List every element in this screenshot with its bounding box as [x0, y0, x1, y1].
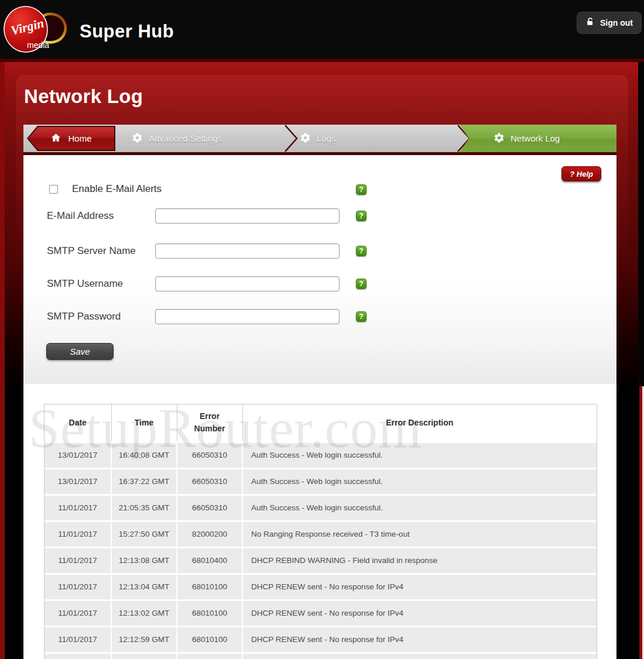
email-address-input[interactable] [155, 208, 340, 224]
col-header-error-description: Error Description [242, 404, 597, 442]
help-icon[interactable]: ? [356, 184, 366, 195]
log-cell-error-description: DHCP REBIND WARNING - Field invalid in r… [242, 547, 597, 574]
log-cell-time: 15:27:50 GMT [111, 521, 177, 547]
table-row: 13/01/2017 16:37:22 GMT 66050310 Auth Su… [44, 468, 597, 495]
log-cell-error-number: 68010100 [177, 600, 242, 626]
virgin-media-logo: Virgin media [2, 4, 73, 56]
log-cell-error-description: No Ranging Response received - T3 time-o… [242, 521, 597, 547]
log-cell-date: 13/01/2017 [44, 442, 111, 468]
smtp-server-name-label: SMTP Server Name [47, 245, 155, 257]
log-cell-error-description: DHCP RENEW sent - No response for IPv4 [242, 600, 597, 626]
right-edge-strip-bottom [638, 386, 644, 659]
log-cell-error-number: 82000200 [177, 521, 242, 547]
col-header-error-number: Error Number [177, 404, 242, 442]
log-cell-date: 11/01/2017 [44, 547, 111, 574]
log-cell-error-description: DHCP RENEW sent - No response for IPv4 [242, 574, 597, 600]
log-cell-date: 11/01/2017 [44, 495, 111, 521]
help-button[interactable]: ? Help [561, 166, 601, 181]
log-cell-error-number: 68010100 [177, 626, 242, 653]
log-cell-date: 11/01/2017 [44, 521, 111, 547]
left-edge-strip [0, 62, 5, 659]
table-row: 11/01/2017 12:13:08 GMT 68010400 DHCP RE… [44, 547, 597, 574]
unlock-icon [585, 17, 595, 29]
gear-icon [132, 132, 143, 145]
logo-text-media: media [27, 40, 49, 50]
log-cell-error-description: Auth Success - Web login successful. [242, 442, 597, 468]
log-cell-time: 12:13:08 GMT [111, 547, 177, 574]
help-icon[interactable]: ? [356, 246, 366, 256]
tab-logs-label: Logs [317, 133, 336, 143]
sign-out-label: Sign out [600, 18, 633, 28]
log-cell-error-number: 68010400 [177, 547, 242, 574]
log-cell-date: 11/01/2017 [44, 600, 111, 626]
smtp-password-input[interactable] [155, 309, 340, 324]
enable-email-alerts-checkbox[interactable] [49, 185, 58, 194]
table-row: 13/01/2017 16:40:08 GMT 66050310 Auth Su… [44, 442, 597, 468]
smtp-username-label: SMTP Username [47, 278, 155, 290]
help-icon[interactable]: ? [356, 279, 366, 289]
top-header: Virgin media Super Hub Sign out [0, 0, 644, 59]
email-address-label: E-Mail Address [47, 210, 155, 222]
log-cell-error-number: 66050310 [177, 442, 242, 468]
col-header-date: Date [44, 404, 111, 442]
tab-advanced-settings[interactable]: Advanced Settings [132, 125, 222, 152]
tab-bar: Home Advanced Settings Logs Network Log [23, 125, 616, 155]
tab-network-log-active[interactable]: Network Log [460, 125, 616, 152]
help-icon[interactable]: ? [356, 311, 366, 322]
tab-home[interactable]: Home [27, 126, 115, 151]
tab-network-log-label: Network Log [511, 133, 560, 143]
tab-separator-chevron [283, 125, 299, 152]
content-panel: ? Help Enable E-Mail Alerts ? E-Mail Add… [23, 155, 616, 659]
log-table-body: 13/01/2017 16:40:08 GMT 66050310 Auth Su… [44, 442, 597, 653]
col-header-time: Time [111, 404, 177, 442]
sign-out-button[interactable]: Sign out [577, 12, 642, 34]
table-row: 11/01/2017 12:13:02 GMT 68010100 DHCP RE… [44, 600, 597, 626]
home-icon [50, 132, 61, 145]
tab-advanced-settings-label: Advanced Settings [149, 133, 222, 143]
table-header-row: Date Time Error Number Error Description [44, 404, 597, 442]
log-cell-time: 12:12:59 GMT [111, 626, 177, 653]
enable-email-alerts-label: Enable E-Mail Alerts [72, 183, 162, 195]
gear-icon [494, 132, 505, 145]
log-cell-time: 16:40:08 GMT [111, 442, 177, 468]
table-row-partial [44, 653, 597, 659]
log-cell-time: 12:13:02 GMT [111, 600, 177, 626]
page: Virgin media Super Hub Sign out Network … [0, 0, 644, 659]
smtp-server-name-input[interactable] [155, 243, 340, 259]
smtp-username-input[interactable] [155, 276, 340, 291]
log-cell-date: 13/01/2017 [44, 468, 111, 495]
log-cell-error-description: Auth Success - Web login successful. [242, 495, 597, 521]
app-title: Super Hub [80, 21, 174, 42]
log-cell-date: 11/01/2017 [44, 574, 111, 600]
table-row: 11/01/2017 12:12:59 GMT 68010100 DHCP RE… [44, 626, 597, 653]
tab-logs[interactable]: Logs [300, 125, 336, 152]
log-cell-error-description: DHCP RENEW sent - No response for IPv4 [242, 626, 597, 653]
tab-home-label: Home [68, 133, 91, 143]
log-cell-time: 12:13:04 GMT [111, 574, 177, 600]
save-button[interactable]: Save [46, 343, 114, 360]
network-log-table: SetupRouter.com Date Time Error Number E… [44, 404, 597, 659]
log-cell-error-number: 66050310 [177, 468, 242, 495]
log-cell-time: 16:37:22 GMT [111, 468, 177, 495]
log-cell-date: 11/01/2017 [44, 626, 111, 653]
email-alerts-form: ? Help Enable E-Mail Alerts ? E-Mail Add… [23, 155, 616, 384]
table-row: 11/01/2017 12:13:04 GMT 68010100 DHCP RE… [44, 574, 597, 600]
help-icon[interactable]: ? [356, 211, 366, 221]
log-cell-error-number: 66050310 [177, 495, 242, 521]
smtp-password-label: SMTP Password [47, 311, 155, 322]
log-cell-error-number: 68010100 [177, 574, 242, 600]
log-cell-error-description: Auth Success - Web login successful. [242, 468, 597, 495]
table-row: 11/01/2017 15:27:50 GMT 82000200 No Rang… [44, 521, 597, 547]
page-title: Network Log [24, 85, 143, 108]
log-cell-time: 21:05:35 GMT [111, 495, 177, 521]
gear-icon [300, 132, 311, 145]
table-row: 11/01/2017 21:05:35 GMT 66050310 Auth Su… [44, 495, 597, 521]
